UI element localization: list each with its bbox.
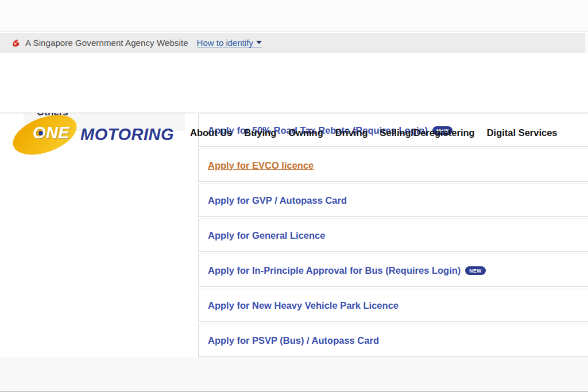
- table-row[interactable]: Apply for PSVP (Bus) / Autopass Card: [198, 324, 588, 357]
- gov-banner: A Singapore Government Agency Website Ho…: [0, 33, 588, 53]
- main-nav: About Us Buying Owning Driving Selling/D…: [190, 127, 558, 138]
- table-row[interactable]: Apply for General Licence: [198, 219, 588, 252]
- link-apply-general-licence[interactable]: Apply for General Licence: [208, 230, 325, 241]
- onemotoring-logo[interactable]: ONE MOTORING: [11, 115, 155, 156]
- nav-driving[interactable]: Driving: [335, 127, 368, 138]
- new-badge: NEW: [465, 266, 485, 275]
- link-apply-psvp-bus-autopass-card[interactable]: Apply for PSVP (Bus) / Autopass Card: [208, 335, 379, 346]
- link-apply-ipa-bus[interactable]: Apply for In-Principle Approval for Bus …: [208, 265, 461, 276]
- how-to-identify-link[interactable]: How to identify: [197, 38, 262, 48]
- logo-motoring-text: MOTORING: [80, 125, 174, 144]
- nav-owning[interactable]: Owning: [288, 127, 323, 138]
- sg-lion-icon: [11, 38, 21, 48]
- logo-o-hub: [38, 131, 43, 135]
- banner-right-gap: [585, 33, 588, 53]
- nav-selling-deregistering[interactable]: Selling/Deregistering: [380, 127, 475, 138]
- table-row[interactable]: Apply for GVP / Autopass Card: [198, 184, 588, 217]
- table-row[interactable]: Apply for EVCO licence: [198, 149, 588, 182]
- table-row[interactable]: Apply for New Heavy Vehicle Park Licence: [198, 289, 588, 322]
- gov-banner-text: A Singapore Government Agency Website: [25, 38, 188, 48]
- bottom-letterbox: [0, 357, 588, 391]
- top-letterbox: [0, 0, 588, 32]
- how-to-identify-label: How to identify: [197, 38, 253, 48]
- service-list: Apply for 50% Road Tax Rebate (Requires …: [198, 114, 588, 359]
- chevron-down-icon: [256, 41, 262, 44]
- link-apply-new-heavy-vehicle-park-licence[interactable]: Apply for New Heavy Vehicle Park Licence: [208, 300, 399, 311]
- page: A Singapore Government Agency Website Ho…: [0, 0, 588, 392]
- link-apply-gvp-autopass-card[interactable]: Apply for GVP / Autopass Card: [208, 195, 347, 206]
- nav-buying[interactable]: Buying: [244, 127, 276, 138]
- table-row[interactable]: Apply for In-Principle Approval for Bus …: [198, 254, 588, 287]
- site-header: ONE MOTORING About Us Buying Owning Driv…: [0, 53, 588, 113]
- nav-about-us[interactable]: About Us: [190, 127, 232, 138]
- link-apply-evco-licence[interactable]: Apply for EVCO licence: [208, 160, 314, 171]
- nav-digital-services[interactable]: Digital Services: [487, 127, 558, 138]
